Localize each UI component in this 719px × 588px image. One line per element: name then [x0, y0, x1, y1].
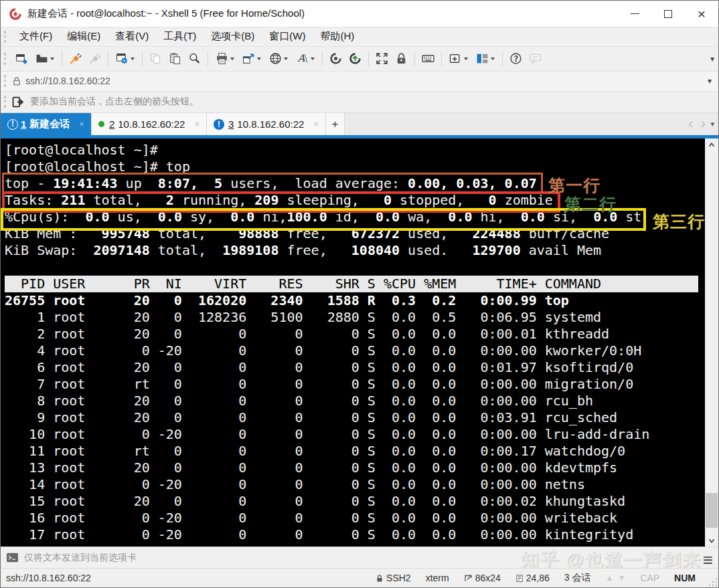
toolbar-separator — [208, 52, 208, 66]
tab-number: 2 — [109, 118, 114, 130]
menu-item-5[interactable]: 窗口(W) — [262, 28, 313, 43]
web-button[interactable] — [266, 50, 291, 68]
address-lock-icon — [12, 76, 21, 86]
xshell-button[interactable] — [327, 50, 345, 68]
session-tab-1[interactable]: !1新建会话× — [1, 113, 92, 135]
find-button[interactable] — [185, 50, 204, 68]
toolbar-drag-handle[interactable] — [4, 96, 7, 108]
terminal-area: [root@localhost ~]#[root@localhost ~]# t… — [1, 138, 718, 547]
menu-item-4[interactable]: 选项卡(B) — [204, 28, 262, 43]
tab-list-dropdown-icon[interactable]: ▾ — [710, 120, 714, 128]
add-session-arrow-icon[interactable] — [12, 96, 25, 108]
tab-scroll-right-icon[interactable] — [698, 120, 708, 129]
connect-button[interactable] — [66, 50, 84, 68]
menu-item-1[interactable]: 编辑(E) — [60, 28, 108, 43]
main-toolbar: A? ▾ — [1, 46, 718, 71]
session-tab-2[interactable]: 210.8.162.60:22× — [92, 113, 207, 135]
title-bar: 新建会话 - root@localhost:~ - Xshell 5 (Free… — [1, 1, 718, 27]
dropdown-arrow-icon[interactable] — [284, 58, 288, 60]
session-properties-button[interactable] — [112, 50, 138, 68]
toolbar-separator — [142, 52, 143, 66]
font-icon: A — [296, 52, 309, 65]
info-bar-text: 要添加当前会话，点击左侧的箭头按钮。 — [30, 96, 199, 108]
top-process-row: 16 root 0 -20 0 0 0 S 0.0 0.0 0:00.00 wr… — [5, 510, 705, 526]
xftp-button[interactable] — [346, 50, 364, 68]
new-tab-button[interactable] — [446, 50, 471, 68]
new-session-button[interactable] — [13, 50, 31, 68]
top-process-row: 13 root 20 0 0 0 0 S 0.0 0.0 0:00.00 kde… — [5, 460, 705, 476]
status-url: ssh://10.8.162.60:22 — [6, 573, 91, 583]
toolbar-separator — [502, 52, 503, 66]
tab-number: 1 — [21, 118, 26, 130]
resize-grip[interactable] — [709, 578, 717, 586]
address-dropdown-icon[interactable]: ▾ — [708, 76, 712, 86]
toolbar-separator — [441, 52, 442, 66]
session-up-icon[interactable]: ▲ — [606, 573, 614, 583]
toolbar-drag-handle[interactable] — [4, 31, 7, 43]
terminal-prompt-line: [root@localhost ~]# top — [5, 159, 705, 175]
toolbar-overflow-icon[interactable]: ▾ — [710, 54, 714, 64]
lock-button[interactable] — [392, 50, 410, 68]
status-terminal-type: xterm — [426, 573, 449, 583]
maximize-button[interactable] — [651, 1, 685, 27]
top-process-row: 14 root 0 -20 0 0 0 S 0.0 0.0 0:00.00 ne… — [5, 476, 705, 493]
menu-item-0[interactable]: 文件(F) — [12, 28, 60, 43]
menu-item-3[interactable]: 工具(T) — [156, 28, 204, 43]
dropdown-arrow-icon[interactable] — [50, 58, 54, 60]
dropdown-arrow-icon[interactable] — [311, 58, 315, 60]
address-bar: ssh://10.8.162.60:22 ▾ — [1, 71, 718, 91]
toolbar-drag-handle[interactable] — [4, 53, 7, 65]
terminal-scrollbar[interactable] — [705, 138, 718, 547]
font-button[interactable]: A — [293, 50, 318, 68]
session-down-icon[interactable]: ▼ — [617, 573, 625, 583]
top-process-row: 26755 root 20 0 162020 2340 1588 R 0.3 0… — [5, 292, 705, 309]
fullscreen-button[interactable] — [373, 50, 391, 68]
dropdown-arrow-icon[interactable] — [257, 58, 261, 60]
menu-item-6[interactable]: 帮助(H) — [313, 28, 362, 43]
scrollbar-thumb[interactable] — [706, 493, 718, 528]
transfer-button[interactable] — [239, 50, 264, 68]
tab-close-icon[interactable]: × — [194, 119, 199, 129]
top-process-row: 9 root 20 0 0 0 0 S 0.0 0.0 0:03.91 rcu_… — [5, 409, 705, 426]
keyboard-icon — [422, 52, 434, 65]
toolbar-separator — [62, 52, 62, 66]
minimize-button[interactable] — [618, 1, 651, 27]
feedback-icon — [529, 52, 542, 65]
transfer-icon — [242, 52, 255, 65]
open-folder-button[interactable] — [32, 50, 58, 68]
tab-scroll-left-icon[interactable] — [686, 120, 696, 129]
open-folder-icon — [35, 52, 48, 65]
paste-button[interactable] — [166, 50, 184, 68]
tab-close-icon[interactable]: × — [79, 119, 84, 129]
tab-close-icon[interactable]: × — [313, 119, 319, 129]
dropdown-arrow-icon[interactable] — [230, 58, 234, 60]
help-button[interactable]: ? — [507, 50, 525, 68]
dropdown-arrow-icon[interactable] — [464, 58, 468, 60]
session-tab-3[interactable]: !310.8.162.60:22× — [207, 113, 326, 135]
status-screen-size: 86x24 — [464, 573, 501, 583]
close-button[interactable]: × — [685, 1, 718, 27]
top-summary-line-3: %Cpu(s): 0.0 us, 0.0 sy, 0.0 ni,100.0 id… — [5, 209, 705, 225]
tile-layout-button[interactable] — [473, 50, 498, 68]
caps-lock-indicator: CAP — [640, 573, 659, 583]
terminal-screen[interactable]: [root@localhost ~]#[root@localhost ~]# t… — [1, 138, 705, 547]
dropdown-arrow-icon[interactable] — [491, 58, 495, 60]
top-process-row: 17 root 0 -20 0 0 0 S 0.0 0.0 0:00.00 ki… — [5, 526, 705, 543]
disconnect-button — [86, 50, 104, 68]
top-summary-line-4: KiB Mem : 995748 total, 98888 free, 6723… — [5, 225, 705, 242]
keyboard-button[interactable] — [419, 50, 437, 68]
send-terminal-icon — [6, 552, 19, 563]
new-tab-button[interactable]: + — [326, 113, 345, 135]
screen-size-icon — [464, 574, 473, 583]
menu-bar: 文件(F)编辑(E)查看(V)工具(T)选项卡(B)窗口(W)帮助(H) — [1, 27, 718, 46]
toolbar-drag-handle[interactable] — [4, 75, 7, 87]
print-button[interactable] — [212, 50, 238, 68]
toolbar-separator — [368, 52, 369, 66]
dropdown-arrow-icon[interactable] — [131, 58, 135, 60]
session-info-bar: 要添加当前会话，点击左侧的箭头按钮。 — [1, 91, 718, 113]
menu-item-2[interactable]: 查看(V) — [108, 28, 156, 43]
scroll-up-icon[interactable] — [705, 138, 718, 151]
scroll-down-icon[interactable] — [705, 534, 718, 547]
alert-outline-icon: ! — [7, 119, 18, 130]
address-input[interactable]: ssh://10.8.162.60:22 — [25, 76, 110, 86]
